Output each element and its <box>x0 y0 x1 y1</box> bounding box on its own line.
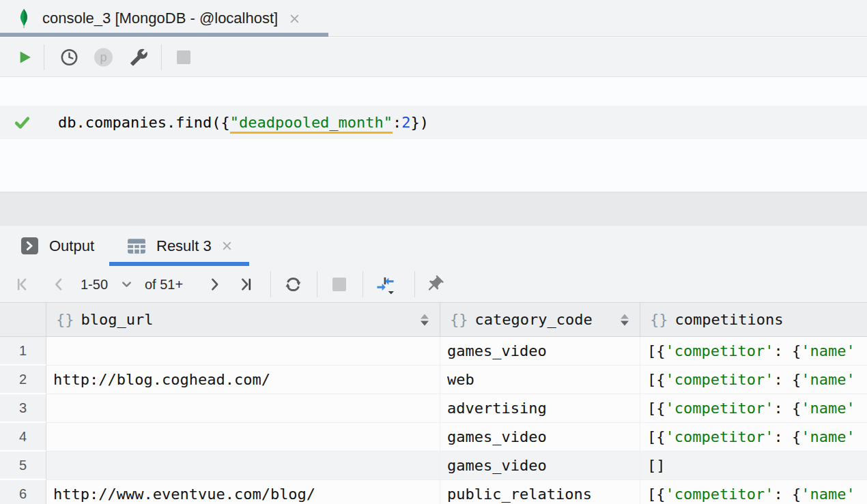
row-number[interactable]: 4 <box>0 423 46 451</box>
grid-header-row: {} blog_url {} category_code {} competit… <box>0 303 867 337</box>
cell-blog-url[interactable]: http://blog.coghead.com/ <box>46 366 440 394</box>
json-braces-icon: {} <box>56 311 74 328</box>
toolbar-separator <box>44 44 44 70</box>
tab-result-3[interactable]: Result 3 <box>127 226 233 266</box>
code-number: 2 <box>401 114 410 131</box>
json-plain-segment: : { <box>773 486 801 503</box>
result-pagination-toolbar: 1-50 of 51+ <box>0 266 867 303</box>
cell-competitions[interactable]: [] <box>640 451 867 480</box>
editor-results-splitter[interactable] <box>0 192 867 226</box>
sort-toggle-icon[interactable] <box>621 314 629 325</box>
refresh-button[interactable] <box>283 274 303 294</box>
cell-category-code[interactable]: web <box>440 366 640 394</box>
json-braces-icon: {} <box>450 311 468 328</box>
tab-output[interactable]: Output <box>20 226 94 266</box>
toolbar-separator <box>414 271 415 297</box>
json-braces-icon: {} <box>650 311 668 328</box>
table-row: 2http://blog.coghead.com/web[{'competito… <box>0 366 867 394</box>
code-string-key: "deadpooled_month" <box>230 114 393 134</box>
column-header-category-code[interactable]: {} category_code <box>440 303 640 336</box>
cell-competitions[interactable]: [{'competitor': {'name' <box>640 337 867 366</box>
settings-wrench-button[interactable] <box>130 48 148 66</box>
json-plain-segment: : { <box>773 428 801 445</box>
toolbar-separator <box>270 271 271 297</box>
json-string-segment: 'name' <box>801 342 855 359</box>
parameters-button: p <box>94 48 113 66</box>
editor-tab-close-icon[interactable] <box>289 13 300 25</box>
editor-tab-bar: console_3 [MongoDB - @localhost] <box>0 0 867 37</box>
code-plain: db.companies.find({ <box>58 114 230 131</box>
query-code-line[interactable]: db.companies.find({"deadpooled_month":2}… <box>58 114 429 131</box>
json-plain-segment: : { <box>773 400 801 417</box>
page-range-dropdown[interactable]: 1-50 <box>81 276 108 292</box>
editor-tab-underline <box>0 33 328 37</box>
cell-blog-url[interactable] <box>46 394 440 423</box>
total-rows-label: of 51+ <box>145 276 183 292</box>
json-string-segment: 'competitor' <box>666 428 774 445</box>
cell-category-code[interactable]: public_relations <box>440 480 640 504</box>
pin-tab-button[interactable] <box>425 274 444 294</box>
result-tab-close-icon[interactable] <box>221 240 233 252</box>
chevron-down-icon[interactable] <box>120 278 133 291</box>
table-row: 4games_video[{'competitor': {'name' <box>0 423 867 451</box>
sync-data-icon[interactable] <box>375 274 395 294</box>
code-plain-suffix: }) <box>411 114 429 131</box>
grid-body: 1games_video[{'competitor': {'name'2http… <box>0 337 867 504</box>
json-string-segment: 'name' <box>801 428 855 445</box>
json-plain-segment: [{ <box>647 342 666 359</box>
row-number[interactable]: 5 <box>0 451 46 480</box>
row-number[interactable]: 2 <box>0 366 46 394</box>
query-editor[interactable]: db.companies.find({"deadpooled_month":2}… <box>0 78 867 192</box>
json-string-segment: 'name' <box>801 400 855 417</box>
table-row: 5games_video[] <box>0 451 867 480</box>
json-plain-segment: [{ <box>647 428 666 445</box>
stop-query-icon <box>332 278 346 291</box>
tab-console-3[interactable]: console_3 [MongoDB - @localhost] <box>0 0 328 37</box>
run-button[interactable] <box>18 50 32 65</box>
column-header-competitions[interactable]: {} competitions <box>640 303 867 336</box>
json-plain-segment: [{ <box>647 400 666 417</box>
json-string-segment: 'name' <box>801 486 855 503</box>
code-colon: : <box>393 114 401 131</box>
json-string-segment: 'name' <box>801 371 855 388</box>
json-string-segment: 'competitor' <box>666 486 774 503</box>
stop-button <box>177 50 190 64</box>
column-name: competitions <box>675 311 784 328</box>
row-number[interactable]: 1 <box>0 337 46 366</box>
row-number[interactable]: 3 <box>0 394 46 423</box>
cell-blog-url[interactable]: http://www.eventvue.com/blog/ <box>46 480 440 504</box>
cell-blog-url[interactable] <box>46 337 440 366</box>
result-tab-label: Result 3 <box>156 237 212 255</box>
sort-toggle-icon[interactable] <box>421 314 429 325</box>
cell-category-code[interactable]: games_video <box>440 451 640 480</box>
json-string-segment: 'competitor' <box>666 400 774 417</box>
cell-category-code[interactable]: games_video <box>440 423 640 451</box>
row-number[interactable]: 6 <box>0 480 46 504</box>
grid-corner-cell <box>0 303 46 336</box>
toolbar-separator <box>161 44 162 70</box>
column-name: blog_url <box>81 311 154 328</box>
column-header-blog-url[interactable]: {} blog_url <box>46 303 440 336</box>
last-page-button[interactable] <box>236 276 253 293</box>
cell-competitions[interactable]: [{'competitor': {'name' <box>640 394 867 423</box>
toolbar-separator <box>363 271 363 297</box>
column-name: category_code <box>475 311 593 328</box>
cell-competitions[interactable]: [{'competitor': {'name' <box>640 366 867 394</box>
json-plain-segment: [] <box>647 457 666 474</box>
cell-category-code[interactable]: games_video <box>440 337 640 366</box>
cell-blog-url[interactable] <box>46 423 440 451</box>
first-page-icon <box>15 276 32 293</box>
cell-competitions[interactable]: [{'competitor': {'name' <box>640 423 867 451</box>
json-plain-segment: [{ <box>647 371 666 388</box>
cell-category-code[interactable]: advertising <box>440 394 640 423</box>
table-row: 3advertising[{'competitor': {'name' <box>0 394 867 423</box>
next-page-button[interactable] <box>206 276 223 293</box>
query-history-button[interactable] <box>60 48 79 66</box>
table-row: 6http://www.eventvue.com/blog/public_rel… <box>0 480 867 504</box>
editor-caret-line: db.companies.find({"deadpooled_month":2}… <box>0 106 867 139</box>
cell-blog-url[interactable] <box>46 451 440 480</box>
results-tab-bar: Output Result 3 <box>0 226 867 266</box>
json-string-segment: 'competitor' <box>666 371 774 388</box>
cell-competitions[interactable]: [{'competitor': {'name' <box>640 480 867 504</box>
json-string-segment: 'competitor' <box>666 342 774 359</box>
